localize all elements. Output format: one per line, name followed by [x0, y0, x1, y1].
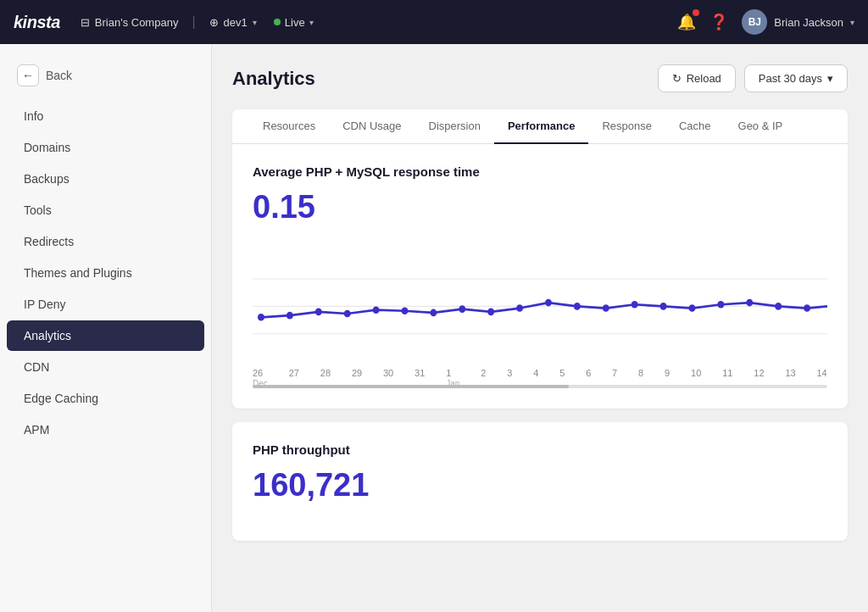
svg-point-6	[344, 310, 351, 318]
sidebar-item-apm[interactable]: APM	[7, 414, 204, 445]
svg-point-19	[717, 301, 724, 309]
live-status-dot	[274, 19, 281, 25]
reload-button[interactable]: ↻ Reload	[658, 64, 736, 92]
tab-cdn-usage[interactable]: CDN Usage	[329, 109, 415, 144]
chart1-title: Average PHP + MySQL response time	[253, 164, 827, 179]
chart1-chart: 26Dec 27 28 29 30 31 1Jan 2 3 4 5 6 7 8	[253, 242, 827, 378]
chart1-svg	[253, 242, 827, 361]
sidebar-item-themes-plugins[interactable]: Themes and Plugins	[7, 258, 204, 288]
notification-badge	[693, 9, 699, 16]
avatar: BJ	[742, 9, 767, 35]
tab-resources[interactable]: Resources	[249, 109, 329, 144]
svg-point-16	[632, 301, 638, 309]
tab-dispersion[interactable]: Dispersion	[415, 109, 494, 144]
env-chevron-icon: ▾	[309, 18, 314, 27]
svg-point-8	[401, 307, 408, 314]
sidebar-item-backups[interactable]: Backups	[7, 164, 204, 194]
chart2-value: 160,721	[253, 467, 827, 504]
date-range-label: Past 30 days	[759, 72, 822, 85]
chart2-title: PHP throughput	[253, 442, 827, 457]
back-button[interactable]: ← Back	[0, 58, 211, 100]
sidebar-item-domains[interactable]: Domains	[7, 132, 204, 163]
main-layout: ← Back Info Domains Backups Tools Redire…	[0, 44, 868, 612]
svg-point-15	[603, 304, 609, 312]
svg-point-14	[574, 303, 581, 310]
top-nav-icons: 🔔 ❓ BJ Brian Jackson ▾	[677, 9, 854, 35]
chart1-container: Average PHP + MySQL response time 0.15	[232, 144, 848, 409]
svg-point-11	[487, 309, 494, 316]
svg-point-13	[545, 299, 552, 307]
svg-point-4	[287, 312, 293, 320]
user-menu[interactable]: BJ Brian Jackson ▾	[742, 9, 854, 35]
sidebar-item-ip-deny[interactable]: IP Deny	[7, 289, 204, 320]
analytics-tabs: Resources CDN Usage Dispersion Performan…	[232, 109, 848, 144]
environment-label: Live	[285, 16, 305, 29]
svg-point-18	[688, 304, 695, 312]
site-selector[interactable]: ⊕ dev1 ▾	[209, 16, 257, 29]
page-actions: ↻ Reload Past 30 days ▾	[658, 64, 848, 92]
nav-separator: |	[192, 14, 195, 30]
chart1-value: 0.15	[253, 189, 827, 225]
chart2-card: PHP throughput 160,721	[232, 422, 848, 541]
top-navigation: kinsta ⊟ Brian's Company | ⊕ dev1 ▾ Live…	[0, 0, 868, 44]
svg-point-5	[315, 309, 322, 316]
back-label: Back	[46, 69, 72, 82]
sidebar-item-info[interactable]: Info	[7, 101, 204, 131]
avatar-initials: BJ	[748, 16, 761, 28]
sidebar-nav: Info Domains Backups Tools Redirects The…	[0, 101, 211, 445]
chart-scrollbar-thumb[interactable]	[253, 385, 569, 388]
company-name: Brian's Company	[95, 16, 179, 29]
sidebar-item-edge-caching[interactable]: Edge Caching	[7, 383, 204, 414]
company-selector[interactable]: ⊟ Brian's Company	[81, 16, 179, 29]
sidebar-item-redirects[interactable]: Redirects	[7, 226, 204, 257]
tab-response[interactable]: Response	[588, 109, 665, 144]
sidebar: ← Back Info Domains Backups Tools Redire…	[0, 44, 212, 612]
svg-point-20	[746, 299, 753, 307]
chart-scrollbar[interactable]	[253, 385, 827, 388]
svg-point-9	[430, 309, 437, 317]
date-range-button[interactable]: Past 30 days ▾	[744, 64, 848, 92]
tab-cache[interactable]: Cache	[665, 109, 725, 144]
wordpress-icon: ⊕	[209, 16, 219, 29]
svg-point-21	[775, 303, 782, 310]
back-arrow-icon: ←	[17, 64, 39, 86]
sidebar-item-tools[interactable]: Tools	[7, 195, 204, 225]
sidebar-item-analytics[interactable]: Analytics	[7, 320, 204, 351]
user-chevron-icon: ▾	[850, 18, 854, 27]
company-icon: ⊟	[81, 16, 90, 29]
kinsta-logo: kinsta	[14, 11, 60, 33]
svg-point-3	[258, 314, 264, 321]
svg-point-12	[516, 304, 523, 312]
notifications-button[interactable]: 🔔	[677, 13, 696, 31]
main-content: Analytics ↻ Reload Past 30 days ▾ Resour…	[212, 44, 868, 612]
date-range-chevron-icon: ▾	[827, 72, 833, 85]
svg-point-17	[660, 303, 667, 310]
reload-icon: ↻	[672, 72, 682, 85]
sidebar-item-cdn[interactable]: CDN	[7, 352, 204, 382]
svg-point-22	[804, 304, 810, 312]
tab-geo-ip[interactable]: Geo & IP	[725, 109, 797, 144]
page-title: Analytics	[232, 68, 315, 90]
svg-point-7	[373, 306, 380, 314]
page-header: Analytics ↻ Reload Past 30 days ▾	[232, 64, 848, 92]
environment-selector[interactable]: Live ▾	[274, 16, 314, 29]
help-button[interactable]: ❓	[709, 13, 728, 31]
site-chevron-icon: ▾	[253, 18, 257, 27]
tab-performance[interactable]: Performance	[494, 109, 588, 144]
svg-point-10	[459, 305, 465, 313]
site-name: dev1	[224, 16, 248, 29]
username: Brian Jackson	[774, 16, 843, 29]
reload-label: Reload	[687, 72, 721, 85]
analytics-panel: Resources CDN Usage Dispersion Performan…	[232, 109, 848, 409]
